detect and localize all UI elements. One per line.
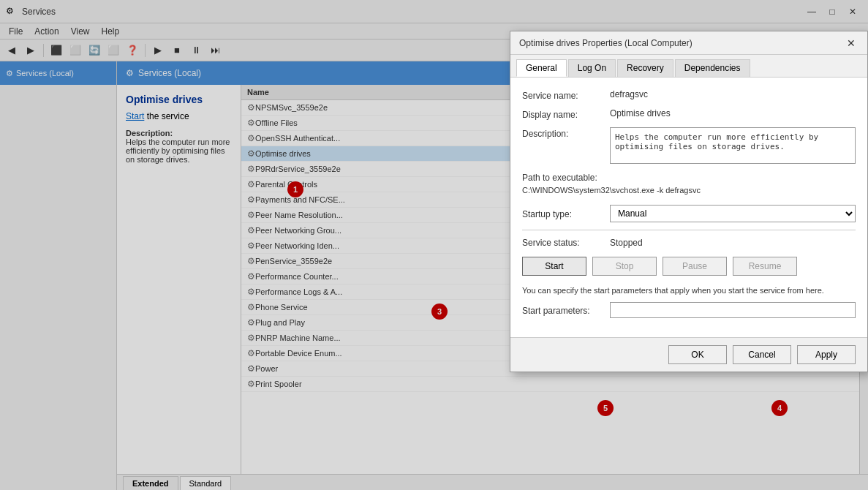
main-window: ⚙ Services — □ ✕ File Action View Help ◀… [0,0,868,490]
service-name-row: Service name: defragsvc [522,89,856,101]
stop-service-button[interactable]: Stop [592,257,657,276]
start-params-row: Start parameters: [522,302,856,318]
tab-logon[interactable]: Log On [568,59,616,77]
path-value: C:\WINDOWS\system32\svchost.exe -k defra… [522,183,701,197]
dialog-tabs: General Log On Recovery Dependencies [510,55,867,78]
start-params-label: Start parameters: [522,304,610,316]
status-row: Service status: Stopped [522,238,856,248]
service-status-value: Stopped [610,238,643,248]
dialog-footer: OK Cancel Apply [510,337,867,372]
dialog-close-button[interactable]: ✕ [844,36,858,50]
startup-row: Startup type: Manual Automatic Automatic… [522,205,856,222]
display-name-value: Optimise drives [610,108,856,118]
dialog-content: Service name: defragsvc Display name: Op… [510,78,867,337]
path-row: Path to executable: C:\WINDOWS\system32\… [522,171,856,197]
start-params-input[interactable] [610,302,856,318]
startup-label: Startup type: [522,208,610,219]
description-label: Description: [522,127,610,139]
tab-general[interactable]: General [516,59,567,77]
service-name-label: Service name: [522,89,610,101]
service-status-label: Service status: [522,238,610,248]
cancel-button[interactable]: Cancel [733,345,791,364]
divider-1 [522,230,856,230]
tab-dependencies[interactable]: Dependencies [675,59,750,77]
display-name-label: Display name: [522,108,610,120]
description-textarea[interactable] [610,127,856,164]
hint-text: You can specify the start parameters tha… [522,286,856,295]
start-service-button[interactable]: Start [522,257,586,276]
service-buttons: Start Stop Pause Resume [522,257,856,276]
pause-service-button[interactable]: Pause [663,257,727,276]
description-row: Description: [522,127,856,164]
properties-dialog: Optimise drives Properties (Local Comput… [510,31,868,372]
dialog-title: Optimise drives Properties (Local Comput… [519,38,844,48]
service-name-value: defragsvc [610,89,856,99]
tab-recovery[interactable]: Recovery [617,59,673,77]
startup-type-select[interactable]: Manual Automatic Automatic (Delayed Star… [610,205,856,222]
ok-button[interactable]: OK [668,345,727,364]
path-label: Path to executable: [522,171,610,183]
display-name-row: Display name: Optimise drives [522,108,856,120]
apply-button[interactable]: Apply [797,345,856,364]
dialog-overlay: Optimise drives Properties (Local Comput… [0,0,868,490]
dialog-title-bar: Optimise drives Properties (Local Comput… [510,31,867,55]
resume-service-button[interactable]: Resume [733,257,797,276]
